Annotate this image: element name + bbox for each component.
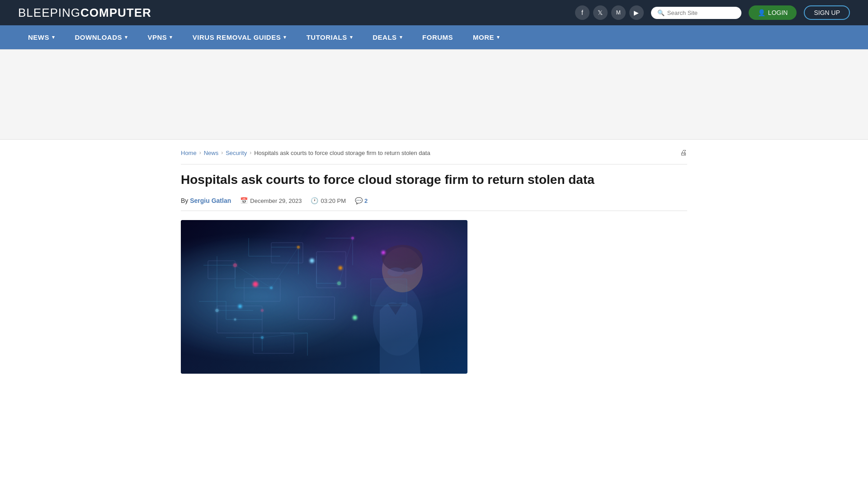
social-icons-group: f 𝕏 M ▶ xyxy=(575,5,644,20)
nav-news[interactable]: NEWS xyxy=(18,25,65,49)
breadcrumb-security[interactable]: Security xyxy=(226,150,247,156)
nav-forums[interactable]: FORUMS xyxy=(412,25,463,49)
signup-button[interactable]: SIGN UP xyxy=(804,5,850,20)
breadcrumb: Home › News › Security › Hospitals ask c… xyxy=(181,149,687,164)
site-logo[interactable]: BLEEPINGCOMPUTER xyxy=(18,6,151,20)
svg-rect-26 xyxy=(181,220,467,374)
breadcrumb-sep-2: › xyxy=(221,150,223,156)
date-value: December 29, 2023 xyxy=(250,197,302,204)
nav-vpns[interactable]: VPNS xyxy=(138,25,183,49)
mastodon-icon[interactable]: M xyxy=(611,5,626,20)
comment-icon: 💬 xyxy=(355,197,363,204)
clock-icon: 🕐 xyxy=(311,197,318,204)
comments-count: 2 xyxy=(364,197,368,204)
breadcrumb-sep-3: › xyxy=(250,150,251,156)
orb-pink xyxy=(253,282,258,287)
search-icon: 🔍 xyxy=(657,9,665,16)
content-wrapper: Home › News › Security › Hospitals ask c… xyxy=(163,140,705,383)
user-icon: 👤 xyxy=(758,9,765,16)
signup-label: SIGN UP xyxy=(814,9,840,16)
article-image-inner xyxy=(181,220,467,374)
article-date: 📅 December 29, 2023 xyxy=(240,197,302,204)
login-label: LOGIN xyxy=(768,9,788,16)
ad-banner xyxy=(0,49,868,140)
nav-downloads[interactable]: DOWNLOADS xyxy=(65,25,138,49)
article-image xyxy=(181,220,467,374)
youtube-icon[interactable]: ▶ xyxy=(629,5,644,20)
svg-rect-27 xyxy=(371,279,407,306)
nav-deals[interactable]: DEALS xyxy=(363,25,412,49)
login-button[interactable]: 👤 LOGIN xyxy=(749,5,797,20)
author-link[interactable]: Sergiu Gatlan xyxy=(190,197,231,204)
nav-tutorials[interactable]: TUTORIALS xyxy=(297,25,363,49)
twitter-icon[interactable]: 𝕏 xyxy=(593,5,608,20)
comments-badge[interactable]: 💬 2 xyxy=(355,197,368,204)
article-author: By Sergiu Gatlan xyxy=(181,197,231,204)
breadcrumb-current: Hospitals ask courts to force cloud stor… xyxy=(254,150,430,156)
nav-virus-removal-guides[interactable]: VIRUS REMOVAL GUIDES xyxy=(183,25,297,49)
breadcrumb-news[interactable]: News xyxy=(204,150,219,156)
site-header: BLEEPINGCOMPUTER f 𝕏 M ▶ 🔍 👤 LOGIN SIGN … xyxy=(0,0,868,25)
main-nav: NEWS DOWNLOADS VPNS VIRUS REMOVAL GUIDES… xyxy=(0,25,868,49)
facebook-icon[interactable]: f xyxy=(575,5,590,20)
nav-more[interactable]: MORE xyxy=(463,25,510,49)
logo-regular: BLEEPING xyxy=(18,6,80,19)
article-meta: By Sergiu Gatlan 📅 December 29, 2023 🕐 0… xyxy=(181,197,687,211)
breadcrumb-home[interactable]: Home xyxy=(181,150,197,156)
article-title: Hospitals ask courts to force cloud stor… xyxy=(181,172,687,188)
circuit-svg xyxy=(181,220,467,374)
search-input[interactable] xyxy=(667,9,735,16)
calendar-icon: 📅 xyxy=(240,197,248,204)
print-icon[interactable]: 🖨 xyxy=(680,149,687,157)
breadcrumb-sep-1: › xyxy=(199,150,201,156)
logo-bold: COMPUTER xyxy=(80,6,151,19)
time-value: 03:20 PM xyxy=(321,197,346,204)
header-right: f 𝕏 M ▶ 🔍 👤 LOGIN SIGN UP xyxy=(575,5,850,20)
article-time: 🕐 03:20 PM xyxy=(311,197,346,204)
search-box[interactable]: 🔍 xyxy=(651,7,741,19)
